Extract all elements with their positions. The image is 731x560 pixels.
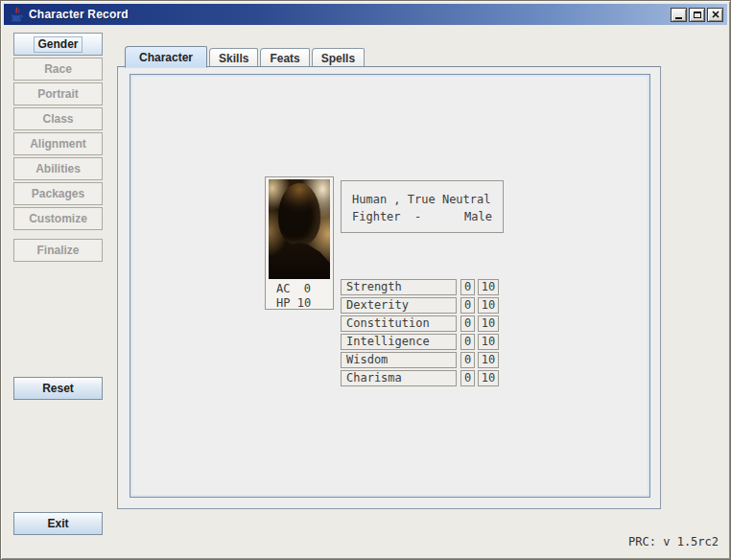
sidebar-button-portrait: Portrait bbox=[13, 82, 103, 105]
ability-name: Constitution bbox=[341, 315, 457, 332]
maximize-button[interactable] bbox=[689, 8, 705, 22]
reset-button[interactable]: Reset bbox=[13, 377, 103, 400]
window-title: Character Record bbox=[29, 8, 129, 21]
java-coffee-cup-icon bbox=[9, 7, 24, 22]
ability-score: 10 bbox=[478, 352, 499, 368]
ability-score: 10 bbox=[478, 334, 499, 350]
ability-modifier: 0 bbox=[460, 279, 475, 295]
portrait-box: AC 0 HP 10 bbox=[265, 176, 334, 310]
ability-name: Dexterity bbox=[341, 297, 457, 314]
hp-row: HP 10 bbox=[276, 296, 333, 311]
minimize-icon bbox=[675, 12, 682, 19]
ability-name: Strength bbox=[341, 279, 457, 295]
ability-score: 10 bbox=[478, 297, 499, 314]
character-record-window: Character Record Gender Race Portrait Cl… bbox=[0, 0, 731, 560]
ability-modifier: 0 bbox=[460, 315, 475, 332]
close-icon bbox=[712, 11, 719, 18]
sidebar-button-class: Class bbox=[13, 107, 103, 130]
tab-spells[interactable]: Spells bbox=[312, 48, 365, 67]
character-summary-box: Human , True Neutral Fighter - Male bbox=[341, 180, 504, 233]
ability-name: Wisdom bbox=[341, 352, 457, 368]
minimize-button[interactable] bbox=[671, 8, 687, 22]
gender-text: Male bbox=[464, 208, 492, 225]
sidebar-button-finalize: Finalize bbox=[13, 239, 103, 262]
male-human-portrait bbox=[269, 179, 330, 279]
gender-button-label: Gender bbox=[34, 36, 82, 53]
ability-name: Intelligence bbox=[341, 334, 457, 350]
sidebar-button-customize: Customize bbox=[13, 207, 103, 230]
exit-button[interactable]: Exit bbox=[13, 512, 103, 535]
sidebar-button-abilities: Abilities bbox=[13, 157, 103, 180]
close-button[interactable] bbox=[707, 8, 723, 22]
ability-row-charisma: Charisma 0 10 bbox=[341, 370, 499, 386]
sidebar-button-alignment: Alignment bbox=[13, 132, 103, 155]
ac-row: AC 0 bbox=[276, 282, 333, 296]
ability-name: Charisma bbox=[341, 370, 457, 386]
tab-skills[interactable]: Skills bbox=[209, 48, 258, 67]
maximize-icon bbox=[694, 12, 701, 18]
class-text: Fighter - bbox=[352, 208, 421, 225]
window-controls bbox=[669, 8, 723, 22]
portrait-head-shape bbox=[278, 183, 320, 245]
character-summary-panel: AC 0 HP 10 Human , True Neutral Fighter … bbox=[130, 74, 650, 498]
prc-version-label: PRC: v 1.5rc2 bbox=[628, 535, 719, 548]
main-tabbed-pane: Character Skills Feats Spells AC 0 bbox=[117, 45, 661, 510]
tab-character[interactable]: Character bbox=[125, 46, 207, 68]
ability-row-intelligence: Intelligence 0 10 bbox=[341, 334, 499, 350]
sidebar-button-gender[interactable]: Gender bbox=[13, 33, 103, 56]
tab-feats[interactable]: Feats bbox=[260, 48, 309, 67]
sidebar-button-packages: Packages bbox=[13, 182, 103, 205]
hp-label: HP bbox=[276, 296, 290, 311]
sidebar-button-race: Race bbox=[13, 58, 103, 81]
ability-row-constitution: Constitution 0 10 bbox=[341, 315, 499, 332]
ability-modifier: 0 bbox=[460, 297, 475, 314]
ability-row-wisdom: Wisdom 0 10 bbox=[341, 352, 499, 368]
ac-label: AC bbox=[276, 282, 290, 296]
portrait-shoulders-shape bbox=[269, 241, 330, 279]
ability-row-strength: Strength 0 10 bbox=[341, 279, 499, 295]
ac-value: 0 bbox=[297, 282, 311, 296]
ability-row-dexterity: Dexterity 0 10 bbox=[341, 297, 499, 314]
ability-modifier: 0 bbox=[460, 334, 475, 350]
ability-score: 10 bbox=[478, 370, 499, 386]
hp-value: 10 bbox=[297, 296, 311, 311]
race-alignment-line: Human , True Neutral bbox=[352, 191, 492, 208]
abilities-table: Strength 0 10 Dexterity 0 10 Constitutio… bbox=[341, 279, 499, 388]
ability-score: 10 bbox=[478, 315, 499, 332]
ability-modifier: 0 bbox=[460, 352, 475, 368]
ability-modifier: 0 bbox=[460, 370, 475, 386]
tab-strip: Character Skills Feats Spells bbox=[125, 45, 365, 67]
class-gender-line: Fighter - Male bbox=[352, 208, 492, 225]
titlebar[interactable]: Character Record bbox=[4, 4, 727, 25]
combat-stats: AC 0 HP 10 bbox=[266, 282, 333, 311]
character-tab-content: AC 0 HP 10 Human , True Neutral Fighter … bbox=[117, 66, 661, 509]
ability-score: 10 bbox=[478, 279, 499, 295]
